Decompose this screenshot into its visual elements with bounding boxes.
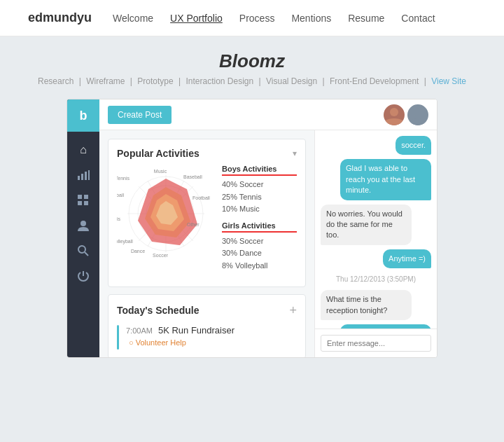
svg-text:Volleyball: Volleyball	[117, 239, 133, 244]
volunteer-circle-icon: ○	[129, 338, 136, 347]
svg-line-10	[85, 252, 88, 256]
girls-stat-3: 8% Volleyball	[222, 260, 297, 272]
nav-links: Welcome UX Portfolio Process Mentions Re…	[113, 12, 435, 25]
nav-mentions[interactable]: Mentions	[291, 13, 331, 24]
schedule-event-info: 7:00AM 5K Run Fundraiser ○ Volunteer Hel…	[126, 325, 234, 348]
schedule-event-name: 5K Run Fundraiser	[158, 325, 234, 336]
popular-activities-card: Popular Activities ▾	[108, 139, 306, 287]
svg-rect-6	[78, 201, 82, 205]
avatar-group	[384, 104, 428, 125]
avatar-2	[407, 104, 428, 125]
boys-stat-3: 10% Music	[222, 203, 297, 216]
chat-message-1: soccer.	[396, 136, 431, 155]
schedule-sub: Volunteer Help	[136, 338, 186, 347]
svg-text:Football: Football	[192, 195, 210, 200]
sidebar-power-icon[interactable]	[67, 263, 99, 289]
chat-message-3: No worries. You would do the same for me…	[321, 205, 412, 245]
schedule-title: Today's Schedule	[117, 305, 199, 316]
activities-stats: Boys Activities 40% Soccer 25% Tennis 10…	[222, 165, 297, 278]
svg-text:Tennis: Tennis	[117, 216, 121, 221]
chat-input-area	[315, 329, 437, 357]
app-header: Create Post	[99, 99, 437, 130]
svg-point-9	[78, 246, 85, 253]
svg-text:Tennis: Tennis	[117, 176, 130, 181]
sidebar-chart-icon[interactable]	[67, 163, 99, 188]
content-area: Bloomz Research | Wireframe | Prototype …	[0, 36, 504, 442]
girls-activities: Girls Activities 30% Soccer 30% Dance 8%…	[222, 221, 297, 272]
svg-text:Music: Music	[154, 169, 167, 174]
girls-stat-1: 30% Soccer	[222, 235, 297, 248]
avatar-1	[384, 104, 405, 125]
svg-rect-4	[78, 195, 82, 199]
chat-input[interactable]	[321, 335, 431, 352]
chat-message-4: Anytime =)	[383, 249, 431, 268]
boys-section-title: Boys Activities	[222, 165, 297, 176]
nav-ux-portfolio[interactable]: UX Portfolio	[170, 13, 223, 24]
sidebar-user-icon[interactable]	[67, 213, 99, 238]
svg-rect-5	[84, 195, 88, 199]
app-mockup: b ⌂	[66, 99, 438, 358]
svg-point-11	[390, 108, 398, 116]
tag-wireframe: Wireframe	[86, 76, 125, 86]
tag-research: Research	[38, 76, 74, 86]
tag-interaction-design: Interaction Design	[186, 76, 253, 86]
chat-panel: soccer. Glad I was able to reach you at …	[314, 130, 437, 357]
two-column-layout: Popular Activities ▾	[99, 130, 437, 357]
svg-rect-3	[88, 170, 90, 180]
svg-text:Dance: Dance	[131, 249, 145, 254]
svg-rect-1	[81, 174, 83, 180]
svg-text:Other: Other	[187, 222, 200, 227]
schedule-header: Today's Schedule +	[117, 303, 297, 318]
boys-stat-2: 25% Tennis	[222, 191, 297, 204]
tag-frontend: Front-End Development	[330, 76, 419, 86]
tag-visual-design: Visual Design	[266, 76, 317, 86]
svg-point-8	[80, 221, 86, 226]
svg-rect-7	[84, 201, 88, 205]
chat-message-2: Glad I was able to reach you at the last…	[340, 159, 431, 200]
chat-messages: soccer. Glad I was able to reach you at …	[315, 130, 437, 329]
schedule-item: 7:00AM 5K Run Fundraiser ○ Volunteer Hel…	[117, 325, 297, 350]
schedule-card: Today's Schedule + 7:00AM 5K Run Fundrai…	[108, 294, 306, 357]
nav-contact[interactable]: Contact	[401, 13, 435, 24]
boys-activities: Boys Activities 40% Soccer 25% Tennis 10…	[222, 165, 297, 216]
sidebar-search-icon[interactable]	[67, 238, 99, 263]
svg-text:Basketball: Basketball	[117, 193, 124, 198]
sidebar-home-icon[interactable]: ⌂	[67, 137, 99, 163]
svg-rect-2	[85, 172, 87, 180]
top-navigation: edmundyu Welcome UX Portfolio Process Me…	[0, 0, 504, 36]
girls-section-title: Girls Activities	[222, 221, 297, 233]
sidebar: b ⌂	[67, 99, 99, 357]
radar-chart: Music Baseball Football Other Soccer Dan…	[117, 165, 215, 263]
girls-stat-2: 30% Dance	[222, 247, 297, 260]
schedule-indicator	[117, 325, 119, 350]
chat-timestamp: Thu 12/12/2013 (3:50PM)	[321, 275, 431, 283]
activities-content: Music Baseball Football Other Soccer Dan…	[117, 165, 297, 278]
sidebar-logo[interactable]: b	[67, 99, 99, 132]
card-title: Popular Activities	[117, 148, 200, 159]
project-tags: Research | Wireframe | Prototype | Inter…	[38, 76, 466, 86]
chevron-down-icon[interactable]: ▾	[293, 149, 297, 158]
nav-resume[interactable]: Resume	[348, 13, 384, 24]
sidebar-grid-icon[interactable]	[67, 188, 99, 213]
chat-message-5: What time is the reception tonight?	[321, 290, 412, 320]
main-panel: Create Post	[99, 99, 437, 357]
nav-process[interactable]: Process	[239, 13, 275, 24]
svg-text:Baseball: Baseball	[183, 174, 202, 179]
add-event-button[interactable]: +	[289, 303, 297, 318]
brand-logo[interactable]: edmundyu	[28, 11, 92, 25]
card-header: Popular Activities ▾	[117, 148, 297, 159]
svg-text:Soccer: Soccer	[153, 253, 168, 258]
project-title: Bloomz	[219, 50, 285, 72]
left-column: Popular Activities ▾	[99, 130, 314, 357]
svg-rect-0	[78, 176, 80, 180]
schedule-time: 7:00AM	[126, 326, 153, 335]
boys-stat-1: 40% Soccer	[222, 179, 297, 191]
nav-welcome[interactable]: Welcome	[113, 13, 153, 24]
view-site-link[interactable]: View Site	[431, 76, 466, 86]
svg-point-12	[414, 108, 422, 116]
tag-prototype: Prototype	[137, 76, 173, 86]
create-post-button[interactable]: Create Post	[108, 106, 172, 124]
